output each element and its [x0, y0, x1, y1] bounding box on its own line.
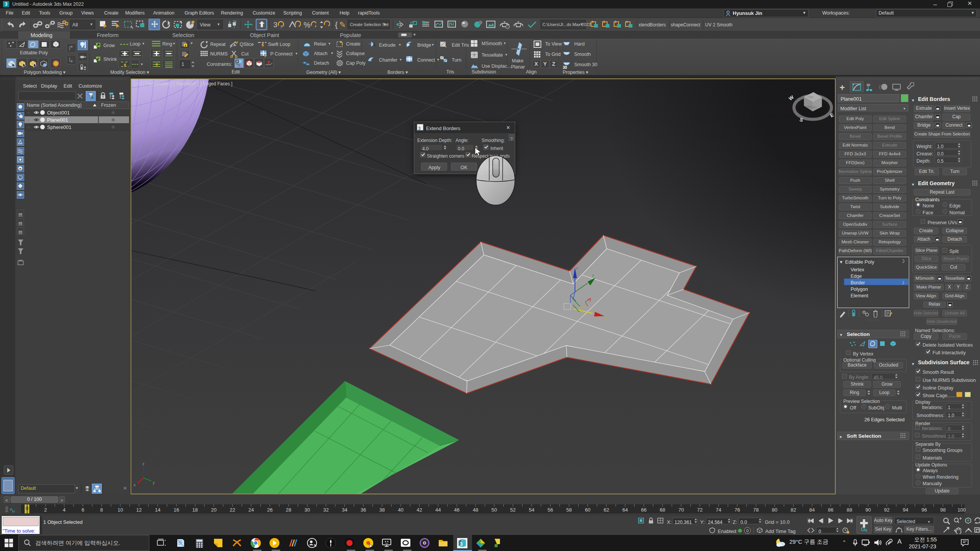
svg-text:?: ?	[280, 25, 283, 29]
svg-text:62: 62	[604, 507, 609, 513]
svg-text:x: x	[134, 483, 136, 487]
svg-text:80: 80	[772, 507, 777, 513]
svg-text:86: 86	[828, 507, 833, 513]
svg-text:12: 12	[136, 507, 142, 513]
svg-text:42: 42	[416, 507, 422, 513]
svg-text:48: 48	[473, 507, 478, 513]
svg-text:84: 84	[809, 507, 815, 513]
svg-text:90: 90	[866, 507, 871, 513]
svg-text:✎: ✎	[339, 20, 346, 29]
svg-text:40: 40	[398, 507, 403, 513]
svg-text:10: 10	[118, 507, 123, 513]
svg-text:58: 58	[566, 507, 572, 513]
svg-text:50: 50	[492, 507, 497, 513]
svg-text:96: 96	[921, 507, 927, 513]
svg-text:38: 38	[379, 507, 385, 513]
svg-text:y: y	[592, 273, 594, 277]
svg-text:16: 16	[173, 507, 179, 513]
svg-text:22: 22	[230, 507, 235, 513]
svg-text:68: 68	[660, 507, 665, 513]
svg-text:76: 76	[735, 507, 740, 513]
svg-text:78: 78	[753, 507, 759, 513]
svg-text:8: 8	[100, 507, 103, 513]
svg-text:82: 82	[791, 507, 796, 513]
svg-text:74: 74	[716, 507, 721, 513]
svg-text:14: 14	[155, 507, 160, 513]
svg-text:z: z	[576, 266, 578, 270]
svg-text:64: 64	[622, 507, 628, 513]
svg-text:3: 3	[273, 21, 278, 29]
svg-text:2: 2	[44, 507, 47, 513]
svg-text:56: 56	[547, 507, 553, 513]
svg-text:20: 20	[211, 507, 216, 513]
svg-text:%: %	[304, 21, 310, 29]
svg-text:z: z	[142, 462, 144, 466]
svg-text:54: 54	[529, 507, 534, 513]
svg-text:46: 46	[454, 507, 459, 513]
svg-text:36: 36	[361, 507, 366, 513]
svg-text:88: 88	[847, 507, 852, 513]
svg-text:x: x	[606, 316, 608, 320]
svg-text:6: 6	[82, 507, 84, 513]
svg-text:98: 98	[940, 507, 946, 513]
svg-text:34: 34	[342, 507, 347, 513]
svg-text:52: 52	[510, 507, 516, 513]
svg-text:44: 44	[435, 507, 441, 513]
svg-text:60: 60	[585, 507, 590, 513]
svg-text:32: 32	[323, 507, 328, 513]
svg-text:72: 72	[697, 507, 702, 513]
svg-text:66: 66	[641, 507, 646, 513]
svg-text:18: 18	[192, 507, 198, 513]
svg-text:y: y	[153, 481, 155, 485]
svg-text:26: 26	[267, 507, 273, 513]
svg-text:3: 3	[460, 541, 462, 547]
svg-text:30: 30	[563, 65, 567, 70]
svg-text:100: 100	[957, 507, 966, 513]
svg-text:92: 92	[884, 507, 889, 513]
svg-text:30: 30	[304, 507, 310, 513]
svg-text:70: 70	[678, 507, 684, 513]
svg-text:{: {	[335, 20, 338, 29]
svg-text:4: 4	[63, 507, 65, 513]
svg-text:28: 28	[286, 507, 291, 513]
svg-text:94: 94	[903, 507, 908, 513]
svg-text:24: 24	[248, 507, 254, 513]
svg-text:x: x	[238, 63, 241, 67]
